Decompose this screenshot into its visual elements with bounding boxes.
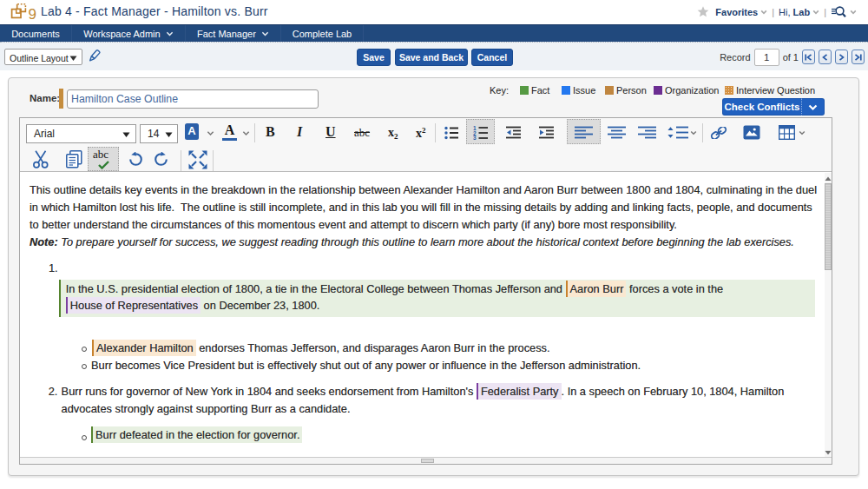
svg-text:9: 9	[29, 6, 36, 23]
svg-text:3: 3	[473, 135, 477, 140]
